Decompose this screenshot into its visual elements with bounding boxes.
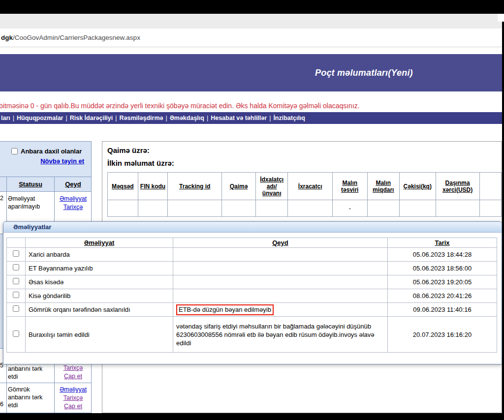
cell bbox=[108, 200, 138, 217]
status-table-row: 6 Gömrük anbarını tərk etdi Əməliyyat Ta… bbox=[0, 383, 92, 414]
browser-chrome-strip bbox=[0, 14, 502, 29]
cell bbox=[255, 200, 288, 217]
operation-date: 05.06.2023 19:20:05 bbox=[388, 275, 497, 289]
nav-separator: | bbox=[204, 115, 211, 121]
operation-date: 09.06.2023 11:40:16 bbox=[388, 303, 497, 317]
modal-titlebar[interactable]: Əməliyyatlar bbox=[3, 222, 502, 233]
cell bbox=[168, 200, 222, 217]
deadline-warning-text: bitməsinə 0 - gün qalıb.Bu müddət ərzind… bbox=[0, 102, 452, 110]
op-col-header-note[interactable]: Qeyd bbox=[173, 238, 388, 248]
nav-item-inzibatciliq[interactable]: İnzibatçılıq bbox=[273, 115, 305, 121]
operations-table: Əməliyyat Qeyd Tarix Xarici anbarda 05.0… bbox=[6, 238, 497, 353]
highlighted-note: ETB-də düzgün bəyan edilməyib bbox=[176, 304, 274, 315]
cap-et-link[interactable]: Çap et bbox=[56, 402, 91, 411]
operation-note: ETB-də düzgün bəyan edilməyib bbox=[173, 303, 388, 317]
cell-dash: - bbox=[332, 200, 367, 217]
nav-separator: | bbox=[10, 115, 17, 121]
emeliyyat-link[interactable]: Əməliyyat bbox=[56, 386, 91, 394]
nav-item-risk-idareciliyi[interactable]: Risk İdarəçiliyi bbox=[70, 115, 113, 121]
section-title-ilkin: İlkin məlumat üzrə: bbox=[107, 159, 502, 167]
operation-note bbox=[173, 262, 388, 275]
scrollbar-notch bbox=[498, 14, 504, 22]
cell bbox=[436, 200, 479, 217]
letterbox-right bbox=[502, 0, 504, 420]
tarixce-link[interactable]: Tarixçə bbox=[56, 364, 91, 372]
address-bar[interactable]: dgk/CooGovAdmin/CarriersPackagesnew.aspx bbox=[0, 29, 502, 47]
modal-title: Əməliyyatlar bbox=[13, 223, 51, 231]
operation-row-checkbox[interactable] bbox=[13, 330, 19, 337]
section-title-qaime: Qaimə üzrə: bbox=[107, 146, 502, 154]
nav-item-hesabat[interactable]: Hesabat və təhlillər bbox=[211, 115, 267, 121]
col-header-malin-miqdari[interactable]: Malın miqdarı bbox=[367, 173, 399, 200]
status-num-header bbox=[0, 177, 7, 192]
cell bbox=[222, 200, 256, 217]
row-links: Əməliyyat Tarixçə Çap et bbox=[55, 383, 92, 414]
nav-item-huquqpozmalar[interactable]: Hüquqpozmalar bbox=[17, 115, 63, 121]
letterbox-bottom bbox=[0, 413, 504, 420]
operation-row: Kisə göndərilib 08.06.2023 20:41:26 bbox=[7, 289, 497, 303]
nav-item[interactable]: ları bbox=[1, 115, 10, 121]
cell bbox=[138, 200, 168, 217]
operation-name: Buraxılışı təmin edildi bbox=[26, 317, 173, 353]
operation-row-checkbox[interactable] bbox=[13, 305, 19, 312]
cap-et-link[interactable]: Çap et bbox=[56, 372, 91, 381]
operation-row: Gömrük orqanı tərəfindən saxlanıldı ETB-… bbox=[7, 303, 497, 317]
operation-row-checkbox[interactable] bbox=[13, 292, 19, 298]
operation-date: 20.07.2023 16:16:20 bbox=[388, 317, 497, 353]
operation-date: 08.06.2023 20:41:26 bbox=[388, 289, 497, 303]
packages-table: Məqsəd FIN kodu Tracking id Qaimə İdxala… bbox=[107, 172, 502, 217]
tarixce-link[interactable]: Tarixçə bbox=[56, 203, 91, 211]
operation-row: Buraxılışı təmin edildi vətəndaş sifariş… bbox=[7, 317, 497, 353]
nav-separator: | bbox=[163, 115, 169, 121]
page-title: Poçt məlumatları(Yeni) bbox=[315, 54, 413, 91]
operation-name: Əsas kisədə bbox=[26, 275, 173, 289]
op-col-header-date[interactable]: Tarix bbox=[388, 238, 497, 248]
operations-modal: Əməliyyatlar Əməliyyat Qeyd Tarix Xarici… bbox=[3, 221, 502, 364]
operation-name: ET Bəyannamə yazılıb bbox=[26, 262, 173, 275]
op-col-header-operation[interactable]: Əməliyyat bbox=[26, 238, 173, 248]
operation-name: Gömrük orqanı tərəfindən saxlanıldı bbox=[26, 303, 173, 317]
operation-row: Əsas kisədə 05.06.2023 19:20:05 bbox=[7, 275, 497, 289]
packages-table-row: - bbox=[108, 200, 502, 217]
col-header-fin-kodu[interactable]: FIN kodu bbox=[138, 173, 168, 200]
tarixce-link[interactable]: Tarixçə bbox=[56, 394, 91, 402]
address-url-path: /CooGovAdmin/CarriersPackagesnew.aspx bbox=[13, 34, 140, 41]
status-column-header[interactable]: Statusu bbox=[7, 177, 55, 192]
operation-date: 05.06.2023 18:56:00 bbox=[388, 262, 497, 275]
anbara-daxil-label: Anbara daxil olanlar bbox=[21, 148, 82, 155]
col-header-dasinma-xerci[interactable]: Daşınma xərci(USD) bbox=[436, 173, 479, 200]
col-header-cekisi[interactable]: Çəkisi(kq) bbox=[399, 173, 436, 200]
nav-item-emekdasliq[interactable]: Əməkdaşlıq bbox=[170, 115, 204, 121]
nav-separator: | bbox=[113, 115, 119, 121]
browser-window: dgk/CooGovAdmin/CarriersPackagesnew.aspx… bbox=[0, 14, 502, 413]
col-header-ixracatci[interactable]: İxracatçı bbox=[288, 173, 332, 200]
qeyd-column-header[interactable]: Qeyd bbox=[55, 177, 92, 192]
emeliyyat-link[interactable]: Əməliyyat bbox=[56, 195, 91, 203]
cell bbox=[399, 200, 436, 217]
col-header-tracking-id[interactable]: Tracking id bbox=[168, 173, 222, 200]
col-header-meqsed[interactable]: Məqsəd bbox=[108, 173, 138, 200]
operation-note: vətəndaş sifariş etdiyi məhsulların bir … bbox=[173, 317, 388, 353]
col-header-malin-tesviri[interactable]: Malın təsviri bbox=[332, 173, 367, 200]
cell bbox=[288, 200, 332, 217]
row-number: 6 bbox=[0, 383, 7, 414]
operation-row-checkbox[interactable] bbox=[13, 264, 19, 270]
operation-row: ET Bəyannamə yazılıb 05.06.2023 18:56:00 bbox=[7, 262, 497, 275]
nav-separator: | bbox=[267, 115, 273, 121]
operation-note bbox=[173, 248, 388, 262]
operation-note bbox=[173, 275, 388, 289]
operation-name: Kisə göndərilib bbox=[26, 289, 173, 303]
operation-row: Xarici anbarda 05.06.2023 18:44:28 bbox=[7, 248, 497, 262]
operation-name: Xarici anbarda bbox=[26, 248, 173, 262]
anbara-daxil-checkbox[interactable] bbox=[11, 148, 18, 154]
nav-item-resmilesdirme[interactable]: Rəsmiləşdirmə bbox=[120, 115, 163, 121]
operation-row-checkbox[interactable] bbox=[13, 278, 19, 284]
row-status-text: Gömrük anbarını tərk etdi bbox=[7, 383, 55, 414]
novbe-teyin-et-link[interactable]: Növbə təyin et bbox=[40, 157, 84, 165]
letterbox-top bbox=[0, 0, 504, 14]
operation-row-checkbox[interactable] bbox=[13, 250, 19, 257]
col-header-idxalatci[interactable]: İdxalatçı adı/ünvanı bbox=[255, 173, 288, 200]
cell bbox=[367, 200, 399, 217]
cell bbox=[479, 200, 501, 217]
col-header-qaime[interactable]: Qaimə bbox=[222, 173, 256, 200]
